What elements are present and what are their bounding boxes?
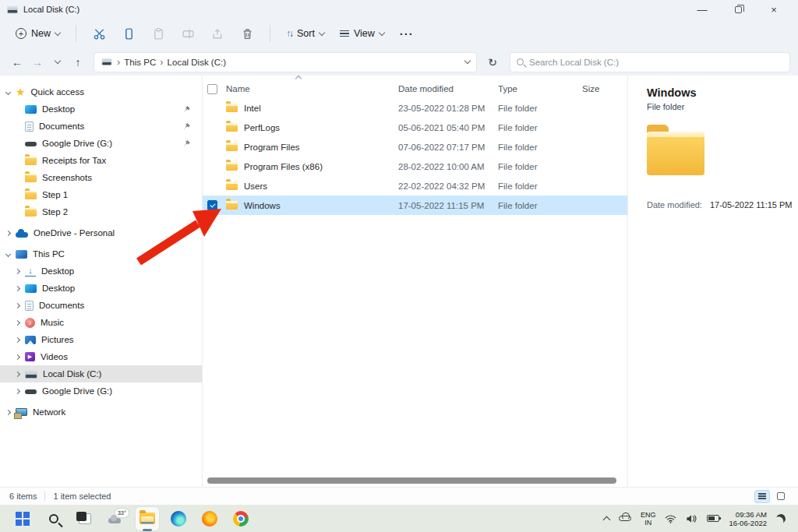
sidebar-item-this-pc[interactable]: This PC bbox=[0, 245, 202, 262]
column-header-type[interactable]: Type bbox=[498, 84, 582, 93]
sidebar-item-desktop-qa[interactable]: Desktop bbox=[0, 100, 202, 118]
sidebar-item-network[interactable]: Network bbox=[0, 403, 202, 421]
search-bar[interactable] bbox=[510, 52, 790, 72]
up-button[interactable]: ↑ bbox=[69, 53, 87, 72]
sidebar-item-receipts-for-tax[interactable]: Receipts for Tax bbox=[0, 152, 202, 169]
column-header-date-modified[interactable]: Date modified bbox=[398, 84, 498, 93]
file-name: Users bbox=[244, 181, 267, 191]
star-icon: ★ bbox=[16, 86, 26, 97]
chevron-down-icon bbox=[55, 29, 61, 35]
toolbar-divider bbox=[270, 25, 270, 42]
language-indicator[interactable]: ENG IN bbox=[641, 511, 656, 527]
sort-button[interactable]: ↑↓ Sort bbox=[280, 24, 330, 43]
do-not-disturb-moon-icon[interactable] bbox=[775, 513, 787, 524]
minimize-button[interactable]: — bbox=[695, 2, 709, 16]
breadcrumb-this-pc[interactable]: This PC bbox=[124, 58, 156, 67]
chrome-taskbar-button[interactable] bbox=[229, 507, 252, 530]
expand-chevron-icon[interactable] bbox=[15, 336, 20, 342]
sidebar-item-desktop-download[interactable]: ↓ Desktop bbox=[0, 262, 202, 280]
firefox-taskbar-button[interactable] bbox=[198, 507, 221, 530]
widgets-weather-button[interactable]: 33° bbox=[104, 507, 128, 530]
onedrive-tray-icon[interactable] bbox=[619, 516, 631, 521]
sidebar-item-videos[interactable]: ▶ Videos bbox=[0, 348, 202, 365]
copy-button[interactable] bbox=[115, 23, 142, 44]
view-toggles bbox=[754, 490, 789, 503]
expand-chevron-icon[interactable] bbox=[5, 409, 11, 414]
expand-chevron-icon[interactable] bbox=[15, 285, 20, 291]
expand-chevron-icon[interactable] bbox=[15, 268, 20, 273]
details-view-button[interactable] bbox=[754, 490, 770, 503]
column-header-size[interactable]: Size bbox=[582, 84, 627, 93]
horizontal-scrollbar[interactable] bbox=[207, 477, 616, 484]
row-checkbox-checked[interactable] bbox=[207, 200, 217, 210]
expand-chevron-icon[interactable] bbox=[15, 319, 20, 325]
close-button[interactable]: × bbox=[767, 2, 781, 16]
file-row-program-files[interactable]: Program Files 07-06-2022 07:17 PM File f… bbox=[203, 137, 627, 157]
folder-icon bbox=[25, 174, 37, 182]
back-button[interactable]: ← bbox=[8, 53, 26, 72]
taskbar: 33° ENG IN 09:36 AM 16-06-2022 bbox=[0, 505, 798, 532]
column-label: Name bbox=[226, 84, 250, 93]
sidebar-item-music[interactable]: ♪ Music bbox=[0, 314, 202, 331]
refresh-button[interactable]: ↻ bbox=[483, 53, 502, 72]
sidebar-item-documents-qa[interactable]: Documents bbox=[0, 118, 202, 135]
expand-chevron-icon[interactable] bbox=[15, 354, 20, 359]
rename-button[interactable] bbox=[175, 23, 201, 44]
sidebar-item-screenshots[interactable]: Screenshots bbox=[0, 169, 202, 186]
sidebar-item-local-disk-c[interactable]: Local Disk (C:) bbox=[0, 365, 202, 382]
address-bar[interactable]: › This PC › Local Disk (C:) bbox=[94, 52, 477, 72]
file-type: File folder bbox=[498, 123, 582, 132]
sidebar-item-step-1[interactable]: Step 1 bbox=[0, 186, 202, 203]
sidebar-label: Desktop bbox=[42, 284, 75, 293]
desktop-icon bbox=[25, 284, 37, 293]
sidebar-item-step-2[interactable]: Step 2 bbox=[0, 203, 202, 220]
task-view-button[interactable] bbox=[73, 507, 97, 530]
sidebar-item-documents-pc[interactable]: Documents bbox=[0, 297, 202, 314]
file-row-windows[interactable]: Windows 17-05-2022 11:15 PM File folder bbox=[203, 196, 627, 215]
more-options-button[interactable]: ··· bbox=[394, 23, 420, 44]
sidebar-item-desktop-pc[interactable]: Desktop bbox=[0, 280, 202, 297]
view-button[interactable]: View bbox=[334, 24, 390, 43]
large-icons-view-button[interactable] bbox=[773, 490, 789, 503]
battery-icon[interactable] bbox=[707, 515, 719, 522]
share-button[interactable] bbox=[204, 23, 231, 44]
edge-taskbar-button[interactable] bbox=[167, 507, 190, 530]
expand-chevron-icon[interactable] bbox=[15, 302, 20, 308]
sidebar-item-google-drive-qa[interactable]: Google Drive (G:) bbox=[0, 135, 202, 152]
sidebar-item-pictures[interactable]: Pictures bbox=[0, 331, 202, 348]
file-row-users[interactable]: Users 22-02-2022 04:32 PM File folder bbox=[203, 176, 627, 196]
file-row-program-files-x86[interactable]: Program Files (x86) 28-02-2022 10:00 AM … bbox=[203, 157, 627, 176]
address-dropdown-icon[interactable] bbox=[464, 58, 471, 64]
sidebar-label: Google Drive (G:) bbox=[42, 139, 112, 148]
recent-locations-button[interactable] bbox=[48, 53, 67, 72]
hidden-icons-chevron[interactable] bbox=[602, 516, 610, 523]
sidebar-item-google-drive-pc[interactable]: Google Drive (G:) bbox=[0, 382, 202, 400]
select-all-checkbox[interactable] bbox=[207, 84, 217, 94]
delete-button[interactable] bbox=[234, 23, 260, 44]
column-label: Type bbox=[498, 84, 517, 93]
search-input[interactable] bbox=[529, 58, 783, 67]
volume-icon[interactable] bbox=[686, 514, 697, 523]
expand-chevron-icon[interactable] bbox=[5, 89, 11, 94]
restore-button[interactable] bbox=[731, 2, 745, 16]
clock[interactable]: 09:36 AM 16-06-2022 bbox=[729, 510, 767, 527]
sidebar-item-onedrive[interactable]: OneDrive - Personal bbox=[0, 224, 202, 241]
breadcrumb-local-disk[interactable]: Local Disk (C:) bbox=[168, 58, 226, 67]
paste-button[interactable] bbox=[145, 23, 171, 44]
expand-chevron-icon[interactable] bbox=[5, 230, 11, 235]
file-row-intel[interactable]: Intel 23-05-2022 01:28 PM File folder bbox=[203, 98, 627, 118]
cut-button[interactable] bbox=[86, 23, 112, 44]
sidebar-label: This PC bbox=[33, 249, 65, 259]
taskbar-search-button[interactable] bbox=[42, 507, 65, 530]
column-header-name[interactable]: Name bbox=[226, 84, 398, 93]
file-row-perflogs[interactable]: PerfLogs 05-06-2021 05:40 PM File folder bbox=[203, 118, 627, 137]
wifi-icon[interactable] bbox=[665, 514, 676, 523]
sidebar-item-quick-access[interactable]: ★ Quick access bbox=[0, 83, 202, 100]
new-button[interactable]: + New bbox=[9, 24, 66, 43]
start-button[interactable] bbox=[11, 507, 34, 530]
forward-button[interactable]: → bbox=[28, 53, 47, 72]
expand-chevron-icon[interactable] bbox=[15, 388, 20, 393]
file-explorer-taskbar-button[interactable] bbox=[136, 507, 159, 530]
expand-chevron-icon[interactable] bbox=[5, 251, 11, 256]
expand-chevron-icon[interactable] bbox=[15, 371, 20, 376]
